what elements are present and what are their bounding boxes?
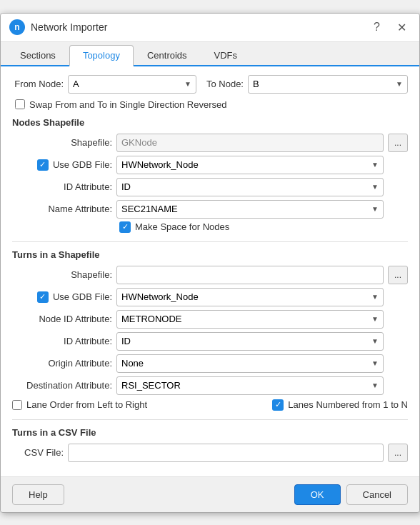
to-node-label: To Node: [201, 79, 244, 89]
cancel-button[interactable]: Cancel [346, 484, 408, 505]
close-button[interactable]: ✕ [393, 19, 411, 36]
section-divider-2 [12, 419, 408, 420]
nodes-use-gdb-label: Use GDB File: [53, 159, 112, 170]
nodes-use-gdb-checkmark-icon: ✓ [39, 160, 46, 169]
lane-order-checkbox[interactable] [12, 400, 22, 410]
nodes-shapefile-browse-button[interactable]: ... [388, 134, 408, 152]
turns-use-gdb-row: ✓ Use GDB File: [12, 291, 112, 303]
make-space-checkbox[interactable]: ✓ [119, 221, 131, 233]
nodes-use-gdb-value: HWNetwork_Node [121, 159, 199, 170]
from-to-node-row: From Node: A ▼ To Node: B ▼ [12, 75, 408, 94]
network-importer-dialog: n Network Importer ? ✕ Sections Topology… [0, 13, 420, 513]
from-node-label: From Node: [12, 79, 64, 89]
nodes-use-gdb-checkbox[interactable]: ✓ [37, 159, 49, 171]
nodes-name-attr-select[interactable]: SEC21NAME ▼ [116, 200, 384, 219]
turns-origin-chevron-icon: ▼ [371, 359, 379, 367]
make-space-checkbox-row: ✓ Make Space for Nodes [119, 221, 408, 233]
turns-use-gdb-select[interactable]: HWNetwork_Node ▼ [116, 288, 384, 306]
lanes-numbered-checkmark-icon: ✓ [275, 400, 281, 409]
nodes-use-gdb-chevron-icon: ▼ [371, 161, 379, 169]
nodes-id-attr-chevron-icon: ▼ [371, 183, 379, 191]
lane-order-label: Lane Order from Left to Right [26, 399, 147, 410]
turns-dest-select[interactable]: RSI_SECTOR ▼ [116, 376, 384, 395]
nodes-use-gdb-select[interactable]: HWNetwork_Node ▼ [116, 156, 384, 174]
csv-file-label: CSV File: [12, 447, 64, 458]
turns-id-attr-value: ID [121, 336, 131, 346]
turns-shapefile-label: Shapefile: [12, 269, 112, 280]
turns-bottom-row: Lane Order from Left to Right ✓ Lanes Nu… [12, 399, 408, 411]
turns-node-id-chevron-icon: ▼ [371, 315, 379, 323]
from-node-select[interactable]: A ▼ [68, 75, 196, 94]
to-node-select[interactable]: B ▼ [248, 75, 408, 94]
swap-checkbox-row: Swap From and To in Single Direction Rev… [15, 99, 408, 110]
turns-use-gdb-checkmark-icon: ✓ [39, 292, 46, 301]
turns-use-gdb-chevron-icon: ▼ [371, 293, 379, 301]
csv-file-row: CSV File: ... [12, 444, 408, 462]
turns-id-attr-label: ID Attribute: [12, 336, 112, 346]
lanes-numbered-row: ✓ Lanes Numbered from 1 to N [272, 399, 408, 411]
nodes-name-attr-label: Name Attribute: [12, 204, 112, 214]
tab-bar: Sections Topology Centroids VDFs [1, 42, 419, 66]
turns-origin-select[interactable]: None ▼ [116, 354, 384, 373]
turns-use-gdb-label: Use GDB File: [53, 291, 112, 302]
nodes-name-attr-chevron-icon: ▼ [371, 205, 379, 213]
lanes-numbered-checkbox[interactable]: ✓ [272, 399, 284, 411]
turns-origin-value: None [121, 358, 144, 369]
app-icon: n [9, 19, 25, 35]
content-area: From Node: A ▼ To Node: B ▼ Swap From an… [1, 66, 419, 476]
lane-order-row: Lane Order from Left to Right [12, 399, 147, 410]
turns-node-id-value: METRONODE [121, 314, 182, 324]
footer-right: OK Cancel [294, 484, 408, 505]
nodes-use-gdb-row: ✓ Use GDB File: [12, 159, 112, 171]
lanes-numbered-label: Lanes Numbered from 1 to N [288, 399, 408, 410]
turns-use-gdb-checkbox[interactable]: ✓ [37, 291, 49, 303]
from-node-chevron-icon: ▼ [184, 80, 191, 88]
tab-sections[interactable]: Sections [6, 45, 69, 65]
nodes-shapefile-label: Shapefile: [12, 137, 112, 148]
turns-shapefile-header: Turns in a Shapefile [12, 249, 408, 260]
make-space-label: Make Space for Nodes [135, 221, 229, 232]
to-node-value: B [253, 79, 259, 89]
ok-button[interactable]: OK [294, 484, 341, 505]
nodes-id-attr-value: ID [121, 181, 131, 192]
title-bar-right: ? ✕ [369, 19, 411, 36]
turns-node-id-select[interactable]: METRONODE ▼ [116, 310, 384, 329]
title-bar: n Network Importer ? ✕ [1, 14, 419, 42]
turns-id-attr-chevron-icon: ▼ [371, 337, 379, 345]
turns-id-attr-select[interactable]: ID ▼ [116, 332, 384, 351]
turns-origin-label: Origin Attribute: [12, 358, 112, 369]
dialog-footer: Help OK Cancel [1, 476, 419, 512]
turns-shapefile-grid: Shapefile: ... ✓ Use GDB File: HWNetwork… [12, 266, 408, 395]
swap-checkbox[interactable] [15, 99, 25, 109]
turns-shapefile-browse-button[interactable]: ... [388, 266, 408, 284]
tab-centroids[interactable]: Centroids [134, 45, 201, 65]
turns-dest-chevron-icon: ▼ [371, 381, 379, 389]
dialog-title: Network Importer [31, 21, 107, 33]
tab-vdfs[interactable]: VDFs [201, 45, 251, 65]
turns-dest-value: RSI_SECTOR [121, 380, 181, 391]
nodes-id-attr-select[interactable]: ID ▼ [116, 178, 384, 196]
turns-node-id-label: Node ID Attribute: [12, 314, 112, 324]
csv-file-input[interactable] [68, 444, 384, 462]
help-question-button[interactable]: ? [369, 19, 384, 35]
tab-topology[interactable]: Topology [69, 45, 134, 66]
help-button[interactable]: Help [12, 484, 64, 505]
turns-dest-label: Destination Attribute: [12, 380, 112, 391]
turns-shapefile-input[interactable] [116, 266, 384, 284]
make-space-checkmark-icon: ✓ [122, 222, 129, 231]
turns-csv-header: Turns in a CSV File [12, 427, 408, 438]
nodes-shapefile-header: Nodes Shapefile [12, 117, 408, 128]
swap-label: Swap From and To in Single Direction Rev… [29, 99, 227, 110]
nodes-shapefile-grid: Shapefile: ... ✓ Use GDB File: HWNetwork… [12, 134, 408, 219]
csv-file-browse-button[interactable]: ... [388, 444, 408, 462]
nodes-name-attr-value: SEC21NAME [121, 204, 178, 214]
nodes-shapefile-input[interactable] [116, 134, 384, 152]
nodes-id-attr-label: ID Attribute: [12, 181, 112, 192]
from-node-value: A [73, 79, 79, 89]
to-node-chevron-icon: ▼ [396, 80, 403, 88]
section-divider-1 [12, 241, 408, 242]
title-bar-left: n Network Importer [9, 19, 107, 35]
turns-use-gdb-value: HWNetwork_Node [121, 291, 199, 302]
